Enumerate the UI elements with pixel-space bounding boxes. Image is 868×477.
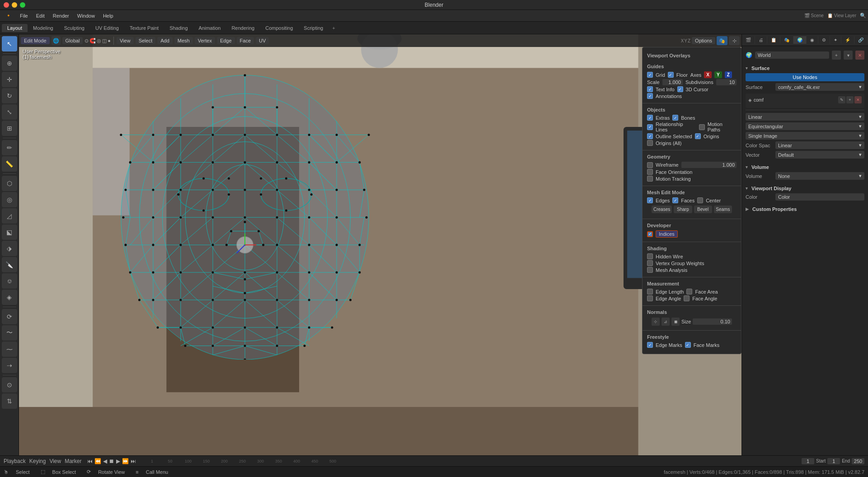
tab-uv-editing[interactable]: UV Editing: [90, 24, 124, 32]
uv-menu[interactable]: UV: [256, 37, 269, 44]
tool-inset[interactable]: ◎: [2, 192, 17, 207]
tool-edge-slide[interactable]: ⇢: [2, 358, 17, 373]
seams-btn[interactable]: Seams: [714, 206, 732, 213]
edit-mode-dropdown[interactable]: Edit Mode: [21, 37, 50, 44]
tool-bisect[interactable]: ⎊: [2, 273, 17, 289]
menu-edit[interactable]: Edit: [33, 12, 48, 19]
constraints-tab[interactable]: 🔗: [854, 36, 868, 44]
close-button[interactable]: [4, 2, 9, 8]
playback-menu[interactable]: Playback: [4, 458, 26, 464]
tool-randomize[interactable]: ⁓: [2, 341, 17, 357]
tool-transform[interactable]: ⊞: [2, 121, 17, 136]
modifier-tab[interactable]: ⚙: [818, 36, 830, 44]
floor-checkbox[interactable]: [668, 72, 674, 78]
particles-tab[interactable]: ✦: [830, 36, 841, 44]
tool-knife[interactable]: 🔪: [2, 257, 17, 272]
add-workspace-button[interactable]: +: [328, 24, 338, 32]
creases-btn[interactable]: Creases: [652, 206, 672, 213]
tool-spin[interactable]: ⟳: [2, 309, 17, 324]
world-tab[interactable]: 🌍: [793, 36, 807, 44]
marker-menu[interactable]: Marker: [65, 458, 81, 464]
face-orientation-checkbox[interactable]: [647, 169, 653, 175]
global-dropdown[interactable]: Global: [62, 37, 83, 44]
x-constraint[interactable]: X: [681, 38, 684, 43]
outline-selected-checkbox[interactable]: [647, 133, 653, 139]
tool-select[interactable]: ↖: [2, 36, 17, 51]
tool-measure[interactable]: 📏: [2, 156, 17, 172]
surface-header[interactable]: ▾ Surface: [746, 64, 864, 72]
tab-rendering[interactable]: Rendering: [226, 24, 260, 32]
tool-shrink[interactable]: ⊙: [2, 377, 17, 393]
node-del-btn[interactable]: ✕: [854, 96, 862, 103]
end-frame-field[interactable]: 250: [852, 458, 864, 464]
output-tab[interactable]: 🖨: [755, 36, 767, 44]
keying-menu[interactable]: Keying: [29, 458, 46, 464]
subdiv-value[interactable]: 10: [716, 79, 737, 85]
shading-icon[interactable]: ●: [108, 38, 111, 43]
view-menu-tl[interactable]: View: [49, 458, 61, 464]
scale-value[interactable]: 1.000: [662, 79, 683, 85]
text-info-checkbox[interactable]: [647, 86, 653, 92]
tool-push-pull[interactable]: ⇅: [2, 393, 17, 409]
start-frame-field[interactable]: 1: [827, 458, 840, 464]
origins-all-checkbox[interactable]: [647, 140, 653, 146]
volume-select[interactable]: None ▾: [775, 172, 864, 180]
options-btn[interactable]: Options: [692, 37, 715, 44]
select-menu[interactable]: Select: [136, 37, 156, 44]
xray-icon[interactable]: ◫: [102, 38, 107, 44]
tab-layout[interactable]: Layout: [2, 24, 28, 32]
edge-marks-checkbox[interactable]: [647, 342, 653, 348]
world-name-field[interactable]: World: [755, 51, 829, 59]
tool-bevel[interactable]: ◿: [2, 208, 17, 224]
mesh-analysis-checkbox[interactable]: [647, 267, 653, 273]
node-edit-btn[interactable]: ✎: [838, 96, 845, 103]
tool-move[interactable]: ✛: [2, 72, 17, 87]
linear-select[interactable]: Linear ▾: [746, 113, 864, 121]
tool-loop-cut[interactable]: ⬕: [2, 224, 17, 240]
vector-select[interactable]: Default ▾: [775, 151, 864, 159]
mesh-menu[interactable]: Mesh: [174, 37, 193, 44]
global-local-icon[interactable]: 🌐: [52, 36, 61, 45]
bones-checkbox[interactable]: [672, 115, 678, 121]
edge-length-checkbox[interactable]: [647, 289, 653, 295]
play-btn[interactable]: ▶: [116, 458, 120, 464]
vertex-menu[interactable]: Vertex: [195, 37, 215, 44]
bevel-btn[interactable]: Bevel: [694, 206, 712, 213]
tool-poly-build[interactable]: ◈: [2, 290, 17, 305]
object-tab[interactable]: ◉: [807, 36, 818, 44]
jump-end-btn[interactable]: ⏭: [131, 458, 136, 464]
world-delete-btn[interactable]: ✕: [855, 51, 864, 60]
menu-file[interactable]: File: [16, 12, 32, 19]
face-normals-icon[interactable]: ◼: [671, 318, 680, 326]
viewport-canvas[interactable]: 👁 📷 ◑ ● 🎭 ⊹ Viewport Overlays: [19, 34, 741, 455]
extras-checkbox[interactable]: [647, 115, 653, 121]
custom-props-header[interactable]: ▶ Custom Properties: [746, 205, 864, 213]
next-frame-btn[interactable]: ⏩: [122, 458, 129, 464]
color-select[interactable]: Color: [775, 193, 864, 201]
equirec-select[interactable]: Equirectangular ▾: [746, 122, 864, 130]
menu-render[interactable]: Render: [49, 12, 73, 19]
normals-size-value[interactable]: 0.10: [693, 318, 732, 325]
tab-animation[interactable]: Animation: [193, 24, 226, 32]
view-menu[interactable]: View: [117, 37, 134, 44]
indices-checkbox[interactable]: [647, 231, 653, 237]
single-image-select[interactable]: Single Image ▾: [746, 132, 864, 140]
viewport-display-header[interactable]: ▾ Viewport Display: [746, 184, 864, 192]
tab-sculpting[interactable]: Sculpting: [59, 24, 90, 32]
search-icon[interactable]: 🔍: [860, 13, 866, 19]
prev-frame-btn[interactable]: ⏪: [94, 458, 101, 464]
tab-modeling[interactable]: Modeling: [28, 24, 59, 32]
tab-scripting[interactable]: Scripting: [298, 24, 328, 32]
vertex-group-checkbox[interactable]: [647, 260, 653, 266]
y-axis-btn[interactable]: Y: [714, 71, 722, 78]
edges-checkbox[interactable]: [647, 197, 653, 203]
hidden-wire-checkbox[interactable]: [647, 253, 653, 259]
menu-help[interactable]: Help: [99, 12, 117, 19]
proportional-icon[interactable]: ◎: [97, 38, 101, 44]
3d-cursor-checkbox[interactable]: [677, 86, 683, 92]
node-add-btn[interactable]: +: [846, 96, 854, 103]
current-frame-field[interactable]: 1: [802, 458, 814, 464]
center-checkbox[interactable]: [697, 197, 703, 203]
edge-angle-checkbox[interactable]: [647, 295, 653, 301]
annotations-checkbox[interactable]: [647, 93, 653, 99]
